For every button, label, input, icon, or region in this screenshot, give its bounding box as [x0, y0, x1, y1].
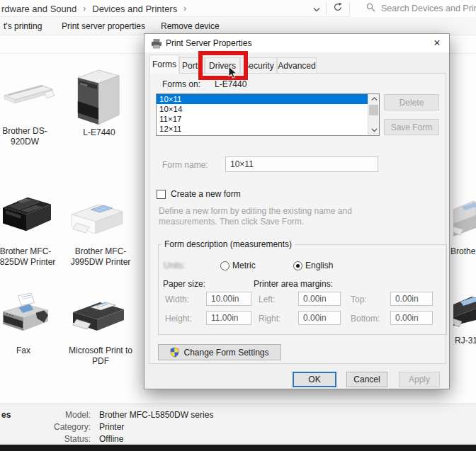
top-label: Top: — [351, 295, 367, 304]
scanner-device-icon[interactable] — [1, 76, 57, 115]
ok-button[interactable]: OK — [293, 372, 336, 387]
printer-device-icon-partial[interactable] — [453, 197, 476, 244]
device-label[interactable]: Brother DS-920DW — [0, 126, 58, 147]
details-label: Status: — [27, 434, 91, 444]
refresh-icon — [333, 2, 343, 15]
form-list-item[interactable]: 10×11 — [157, 94, 368, 104]
details-value-status: Offline — [99, 434, 123, 444]
breadcrumb: rdware and Sound › Devices and Printers … — [1, 0, 186, 17]
top-input[interactable] — [390, 292, 433, 306]
width-label: Width: — [165, 295, 189, 304]
device-label[interactable]: L-E7440 — [66, 127, 132, 138]
address-bar: rdware and Sound › Devices and Printers … — [0, 0, 476, 17]
listbox-scrollbar[interactable] — [368, 94, 379, 135]
create-new-form-checkbox[interactable] — [157, 190, 166, 199]
printer-icon — [151, 38, 162, 52]
left-input[interactable] — [298, 292, 341, 306]
save-form-button[interactable]: Save Form — [384, 119, 439, 135]
search-input[interactable] — [381, 4, 476, 13]
tab-advanced[interactable]: Advanced — [277, 57, 317, 73]
right-label: Right: — [259, 314, 280, 324]
left-label: Left: — [259, 295, 275, 304]
form-description-text: Define a new form by editing the existin… — [159, 206, 352, 216]
form-list-item[interactable]: 10×14 — [157, 104, 368, 114]
bottom-input[interactable] — [390, 311, 433, 325]
device-label[interactable]: RJ-31 — [455, 336, 476, 346]
divider — [326, 2, 327, 15]
device-label[interactable]: Microsoft Print to PDF — [64, 346, 137, 367]
search-icon — [351, 2, 375, 15]
paper-size-label: Paper size: — [163, 279, 205, 289]
scrollbar-thumb[interactable] — [369, 105, 378, 115]
change-form-settings-button[interactable]: Change Form Settings — [158, 344, 281, 360]
details-partial-text: es — [1, 410, 11, 420]
breadcrumb-item-hardware-and-sound[interactable]: rdware and Sound — [1, 4, 76, 14]
form-name-label: Form name: — [162, 160, 208, 170]
form-name-input[interactable] — [225, 156, 378, 172]
english-radio-label[interactable]: English — [305, 261, 333, 270]
breadcrumb-item-devices-and-printers[interactable]: Devices and Printers — [92, 4, 177, 14]
taskbar-edge — [0, 445, 476, 451]
printer-area-margins-label: Printer area margins: — [254, 279, 333, 289]
metric-radio-label[interactable]: Metric — [232, 261, 256, 270]
dialog-titlebar[interactable]: Print Server Properties × — [144, 34, 449, 52]
change-form-settings-label: Change Form Settings — [183, 348, 268, 358]
close-button[interactable]: × — [426, 34, 448, 52]
forms-on-label: Forms on: — [162, 79, 200, 89]
device-label[interactable]: Brother MFC-J995DW Printer — [65, 246, 136, 268]
english-radio[interactable] — [293, 261, 302, 270]
device-label[interactable]: Brothe — [450, 246, 476, 257]
delete-button[interactable]: Delete — [384, 94, 439, 110]
breadcrumb-separator-icon: › — [183, 4, 186, 13]
divider — [349, 2, 350, 15]
form-description-text: measurements. Then click Save Form. — [159, 217, 304, 227]
fax-device-icon[interactable] — [0, 292, 52, 339]
details-pane: es Model: Brother MFC-L5850DW series Cat… — [0, 404, 476, 445]
printer-device-icon[interactable] — [0, 190, 54, 239]
search-box[interactable] — [351, 0, 476, 17]
toolbar-item-see-whats-printing[interactable]: t's printing — [4, 17, 42, 35]
width-input[interactable] — [206, 292, 251, 306]
height-label: Height: — [165, 314, 192, 324]
tab-forms[interactable]: Forms — [149, 55, 179, 74]
details-value-model: Brother MFC-L5850DW series — [99, 410, 213, 420]
breadcrumb-separator-icon: › — [83, 4, 86, 13]
bottom-label: Bottom: — [351, 314, 380, 324]
printer-device-icon[interactable] — [69, 297, 129, 336]
printer-device-icon[interactable] — [68, 198, 128, 241]
uac-shield-icon — [170, 347, 179, 358]
devices-and-printers-window: rdware and Sound › Devices and Printers … — [0, 0, 476, 451]
printer-device-icon[interactable] — [74, 67, 123, 130]
mouse-cursor — [228, 66, 237, 82]
apply-button[interactable]: Apply — [399, 372, 440, 387]
print-server-properties-dialog: Print Server Properties × Forms Ports Dr… — [144, 33, 450, 389]
form-list-item[interactable]: 11×17 — [157, 114, 368, 124]
highlight-box-drivers-tab — [198, 51, 248, 80]
forms-listbox[interactable]: 10×11 10×14 11×17 12×11 — [156, 93, 380, 136]
units-label: Units: — [164, 261, 186, 270]
scroll-down-icon[interactable] — [368, 125, 380, 135]
metric-radio[interactable] — [220, 261, 230, 270]
scroll-up-icon[interactable] — [368, 94, 380, 104]
dialog-title: Print Server Properties — [166, 38, 251, 48]
chevron-down-icon — [313, 2, 320, 15]
cancel-button[interactable]: Cancel — [346, 372, 387, 387]
refresh-button[interactable] — [328, 0, 348, 17]
form-description-group-title: Form description (measurements) — [162, 239, 295, 249]
toolbar-item-print-server-properties[interactable]: Print server properties — [62, 17, 145, 35]
device-label[interactable]: Brother MFC-J825DW Printer — [0, 246, 61, 268]
create-new-form-label: Create a new form — [171, 189, 241, 199]
height-input[interactable] — [206, 311, 251, 325]
form-list-item[interactable]: 12×11 — [157, 124, 368, 134]
printer-device-icon-partial[interactable] — [453, 295, 476, 333]
address-dropdown-button[interactable] — [309, 0, 324, 17]
right-input[interactable] — [298, 311, 341, 325]
details-value-category: Printer — [99, 422, 124, 432]
details-label: Category: — [27, 422, 91, 432]
details-label: Model: — [27, 410, 91, 420]
device-label[interactable]: Fax — [0, 346, 57, 356]
